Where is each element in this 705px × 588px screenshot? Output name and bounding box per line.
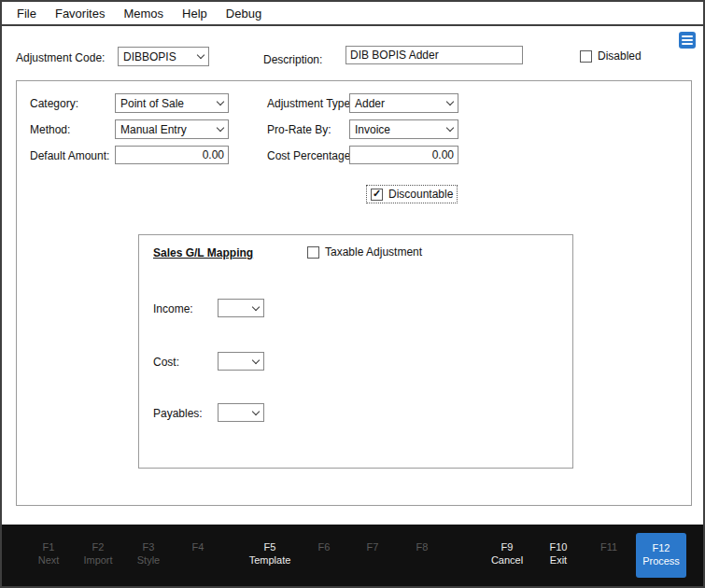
prorate-by-select[interactable]: Invoice xyxy=(349,119,458,139)
fkey-f7: F7 xyxy=(347,541,398,554)
disabled-label: Disabled xyxy=(598,49,642,63)
chevron-down-icon xyxy=(248,353,263,370)
income-select[interactable] xyxy=(218,299,264,317)
default-amount-input[interactable] xyxy=(115,146,229,164)
chevron-down-icon xyxy=(248,404,263,421)
category-value: Point of Sale xyxy=(116,97,213,110)
fkey-f11: F11 xyxy=(584,541,634,554)
fkey-f12-process-button[interactable]: F12Process xyxy=(636,533,686,578)
taxable-adjustment-checkbox-group[interactable]: Taxable Adjustment xyxy=(307,245,422,259)
app-window: File Favorites Memos Help Debug Adjustme… xyxy=(0,0,705,588)
disabled-checkbox[interactable] xyxy=(580,50,592,63)
prorate-by-value: Invoice xyxy=(350,123,443,136)
adjustment-type-label: Adjustment Type: xyxy=(267,97,354,110)
disabled-checkbox-group[interactable]: Disabled xyxy=(580,49,642,63)
default-amount-label: Default Amount: xyxy=(30,149,109,162)
menu-bar: File Favorites Memos Help Debug xyxy=(2,2,703,26)
payables-label: Payables: xyxy=(153,407,203,420)
menu-debug[interactable]: Debug xyxy=(217,7,271,21)
payables-select[interactable] xyxy=(218,403,264,422)
discountable-checkbox-group[interactable]: Discountable xyxy=(366,185,458,203)
chevron-down-icon xyxy=(193,48,208,65)
prorate-by-label: Pro-Rate By: xyxy=(267,123,331,136)
sales-gl-mapping-box: Sales G/L Mapping Taxable Adjustment Inc… xyxy=(138,234,573,469)
discountable-checkbox[interactable] xyxy=(371,189,383,201)
fkey-f5[interactable]: F5Template xyxy=(245,541,295,567)
fkey-f3: F3Style xyxy=(123,541,174,567)
chevron-down-icon xyxy=(248,300,263,316)
adjustment-type-select[interactable]: Adder xyxy=(349,93,458,113)
fkey-f8: F8 xyxy=(397,541,447,554)
cost-percentage-label: Cost Percentage: xyxy=(267,149,354,162)
hamburger-menu-icon[interactable] xyxy=(679,32,696,49)
taxable-adjustment-label: Taxable Adjustment xyxy=(325,245,422,259)
method-value: Manual Entry xyxy=(116,123,213,136)
chevron-down-icon xyxy=(213,120,228,138)
method-select[interactable]: Manual Entry xyxy=(115,119,229,139)
adjustment-code-value: DIBBOPIS xyxy=(119,50,193,63)
category-label: Category: xyxy=(30,97,78,110)
fkey-f9[interactable]: F9Cancel xyxy=(482,541,532,567)
menu-favorites[interactable]: Favorites xyxy=(46,7,114,21)
cost-percentage-input[interactable] xyxy=(349,146,458,164)
function-key-bar: F1Next F2Import F3Style F4 F5Template F6… xyxy=(2,525,703,586)
fkey-f10[interactable]: F10Exit xyxy=(533,541,584,567)
menu-memos[interactable]: Memos xyxy=(114,7,173,21)
adjustment-code-label: Adjustment Code: xyxy=(16,51,105,64)
description-label: Description: xyxy=(263,53,322,66)
chevron-down-icon xyxy=(213,94,228,112)
category-select[interactable]: Point of Sale xyxy=(115,93,229,113)
cost-label: Cost: xyxy=(153,356,179,369)
income-label: Income: xyxy=(153,302,193,315)
taxable-adjustment-checkbox[interactable] xyxy=(307,246,319,259)
adjustment-type-value: Adder xyxy=(350,97,443,110)
chevron-down-icon xyxy=(443,120,458,138)
sales-gl-mapping-title: Sales G/L Mapping xyxy=(153,246,253,259)
cost-select[interactable] xyxy=(218,352,264,371)
chevron-down-icon xyxy=(443,94,458,112)
menu-file[interactable]: File xyxy=(7,7,46,21)
fkey-f4: F4 xyxy=(173,541,223,554)
method-label: Method: xyxy=(30,123,70,136)
menu-help[interactable]: Help xyxy=(173,7,217,21)
fkey-f2: F2Import xyxy=(73,541,123,567)
description-input[interactable] xyxy=(345,46,523,64)
fkey-f1: F1Next xyxy=(23,541,74,567)
discountable-label: Discountable xyxy=(388,188,453,201)
adjustment-code-select[interactable]: DIBBOPIS xyxy=(118,47,209,66)
adjustment-form-panel: Category: Point of Sale Adjustment Type:… xyxy=(16,80,692,506)
fkey-f6: F6 xyxy=(299,541,349,554)
